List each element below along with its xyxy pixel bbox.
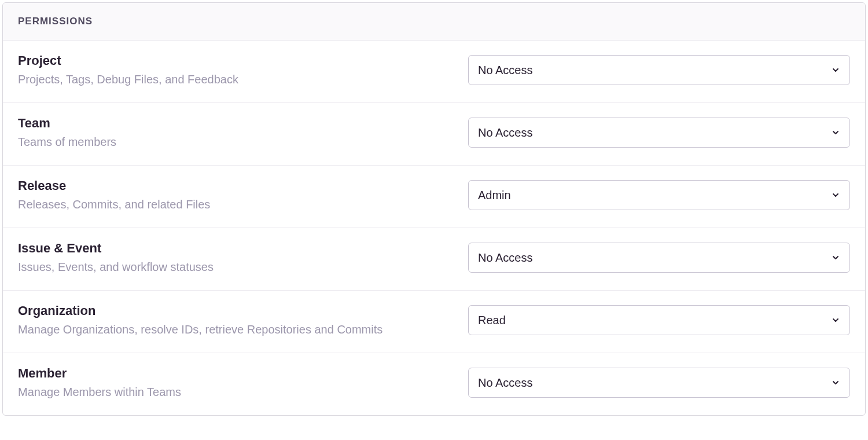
permission-select-wrapper: No AccessReadWriteAdmin: [468, 180, 850, 210]
permission-select-wrapper: No AccessReadWriteAdmin: [468, 118, 850, 148]
permission-select-wrapper: No AccessReadWriteAdmin: [468, 55, 850, 85]
panel-header: PERMISSIONS: [3, 3, 865, 41]
permissions-list: ProjectProjects, Tags, Debug Files, and …: [3, 41, 865, 415]
permission-title: Release: [18, 178, 445, 193]
permissions-panel: PERMISSIONS ProjectProjects, Tags, Debug…: [2, 2, 866, 416]
permission-row-project: ProjectProjects, Tags, Debug Files, and …: [3, 41, 865, 103]
permission-description: Projects, Tags, Debug Files, and Feedbac…: [18, 73, 445, 86]
panel-header-title: PERMISSIONS: [18, 16, 850, 27]
permission-description: Issues, Events, and workflow statuses: [18, 261, 445, 274]
permission-title: Issue & Event: [18, 241, 445, 256]
permission-row-release: ReleaseReleases, Commits, and related Fi…: [3, 166, 865, 228]
permission-select-wrapper: No AccessReadWriteAdmin: [468, 243, 850, 273]
permission-info: TeamTeams of members: [18, 116, 468, 149]
permission-select-member[interactable]: No AccessReadWriteAdmin: [468, 368, 850, 398]
permission-title: Member: [18, 366, 445, 381]
permission-row-team: TeamTeams of membersNo AccessReadWriteAd…: [3, 103, 865, 166]
permission-description: Teams of members: [18, 135, 445, 149]
permission-info: ProjectProjects, Tags, Debug Files, and …: [18, 53, 468, 86]
permission-info: MemberManage Members within Teams: [18, 366, 468, 399]
permission-info: OrganizationManage Organizations, resolv…: [18, 303, 468, 336]
permission-description: Manage Organizations, resolve IDs, retri…: [18, 323, 445, 336]
permission-info: ReleaseReleases, Commits, and related Fi…: [18, 178, 468, 211]
permission-select-team[interactable]: No AccessReadWriteAdmin: [468, 118, 850, 148]
permission-select-wrapper: No AccessReadWriteAdmin: [468, 305, 850, 335]
permission-select-organization[interactable]: No AccessReadWriteAdmin: [468, 305, 850, 335]
permission-title: Project: [18, 53, 445, 68]
permission-row-issue-event: Issue & EventIssues, Events, and workflo…: [3, 228, 865, 291]
permission-title: Organization: [18, 303, 445, 318]
permission-info: Issue & EventIssues, Events, and workflo…: [18, 241, 468, 274]
permission-row-member: MemberManage Members within TeamsNo Acce…: [3, 353, 865, 415]
permission-description: Manage Members within Teams: [18, 386, 445, 399]
permission-title: Team: [18, 116, 445, 131]
permission-select-release[interactable]: No AccessReadWriteAdmin: [468, 180, 850, 210]
permission-select-issue-event[interactable]: No AccessReadWriteAdmin: [468, 243, 850, 273]
permission-select-wrapper: No AccessReadWriteAdmin: [468, 368, 850, 398]
permission-select-project[interactable]: No AccessReadWriteAdmin: [468, 55, 850, 85]
permission-row-organization: OrganizationManage Organizations, resolv…: [3, 291, 865, 353]
permission-description: Releases, Commits, and related Files: [18, 198, 445, 211]
